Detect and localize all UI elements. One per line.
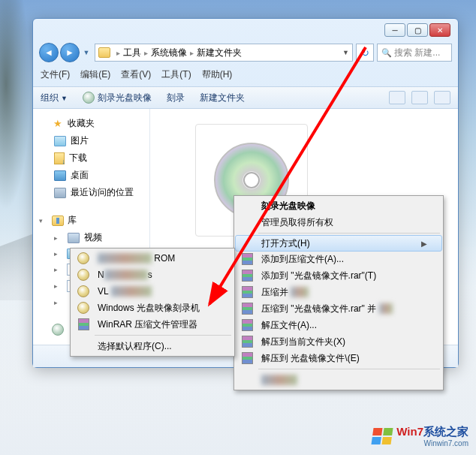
- view-options-button[interactable]: [389, 91, 405, 104]
- pictures-icon: [54, 136, 66, 146]
- rar-icon: [242, 336, 253, 348]
- disc-icon: [83, 92, 95, 104]
- folder-icon: [98, 47, 110, 58]
- ctx-app-winrar[interactable]: WinRAR 压缩文件管理器: [72, 316, 233, 333]
- close-button[interactable]: ✕: [429, 23, 450, 37]
- help-button[interactable]: [434, 91, 450, 104]
- menu-help[interactable]: 帮助(H): [202, 68, 233, 83]
- rar-icon: [78, 318, 89, 330]
- ctx-burn-disc-image[interactable]: 刻录光盘映像: [236, 197, 441, 214]
- minimize-button[interactable]: ─: [384, 23, 405, 37]
- menu-view[interactable]: 查看(V): [121, 68, 151, 83]
- maximize-button[interactable]: ▢: [407, 23, 428, 37]
- ctx-admin-ownership[interactable]: 管理员取得所有权: [236, 214, 441, 231]
- preview-pane-button[interactable]: [411, 91, 428, 104]
- rar-icon: [242, 303, 253, 315]
- ctx-open-with[interactable]: 打开方式(H)▶: [235, 235, 442, 252]
- breadcrumb-segment[interactable]: 系统镜像: [151, 47, 187, 59]
- favorites-header[interactable]: ★ 收藏夹: [33, 115, 149, 132]
- sidebar-item-pictures[interactable]: 图片: [33, 132, 149, 149]
- burn-image-button[interactable]: 刻录光盘映像: [83, 92, 152, 104]
- chevron-right-icon: ▶: [421, 240, 427, 248]
- burn-button[interactable]: 刻录: [167, 92, 185, 104]
- ctx-app-windows-burner[interactable]: Windows 光盘映像刻录机: [72, 300, 233, 316]
- navigation-bar: ◄ ► ▼ ▸ 工具 ▸ 系统镜像 ▸ 新建文件夹 ▼ ↻ 🔍 搜索 新建...: [39, 41, 452, 64]
- organize-button[interactable]: 组织▼: [41, 92, 68, 104]
- recent-icon: [54, 188, 66, 198]
- cd-icon: [77, 302, 89, 314]
- ctx-app-nero[interactable]: Nero Express: [72, 267, 233, 283]
- rar-icon: [242, 286, 253, 298]
- video-icon: [68, 233, 80, 243]
- watermark: Win7系统之家 Winwin7.com: [372, 425, 468, 447]
- new-folder-button[interactable]: 新建文件夹: [200, 92, 245, 104]
- sidebar-item-downloads[interactable]: 下载: [33, 149, 149, 167]
- rar-icon: [242, 319, 253, 331]
- breadcrumb-segment[interactable]: 新建文件夹: [197, 47, 242, 59]
- search-icon: 🔍: [381, 48, 392, 58]
- drive-icon: [52, 324, 64, 336]
- cd-icon: [77, 252, 89, 264]
- window-controls: ─ ▢ ✕: [384, 23, 450, 37]
- address-bar[interactable]: ▸ 工具 ▸ 系统镜像 ▸ 新建文件夹 ▼: [95, 44, 353, 62]
- back-button[interactable]: ◄: [39, 43, 59, 62]
- ctx-extract-files[interactable]: 解压文件(A)...: [236, 317, 441, 333]
- cd-icon: [77, 285, 89, 297]
- context-menu-open-with: xxxxxxxxxxxx ROM Nero Express VL xxxxxxx…: [70, 248, 235, 357]
- refresh-button[interactable]: ↻: [356, 44, 374, 62]
- sidebar-item-desktop[interactable]: 桌面: [33, 167, 149, 184]
- ctx-extract-to-folder[interactable]: 解压到 光盘镜像文件\(E): [236, 350, 441, 366]
- ctx-compress-named-and[interactable]: 压缩到 "光盘镜像文件.rar" 并 xxx: [236, 300, 441, 317]
- libraries-header[interactable]: ▾ 库: [33, 212, 149, 229]
- ctx-add-to-archive[interactable]: 添加到压缩文件(A)...: [236, 251, 441, 267]
- rar-icon: [242, 270, 253, 282]
- menu-edit[interactable]: 编辑(E): [80, 68, 110, 83]
- desktop-icon: [54, 170, 66, 181]
- library-icon: [52, 215, 64, 226]
- ctx-item-blurred[interactable]: xxxxxxxx: [236, 372, 441, 388]
- ctx-compress-and[interactable]: 压缩并 xxxx: [236, 284, 441, 300]
- sidebar-item-videos[interactable]: ▸视频: [33, 229, 149, 246]
- context-menu-main: 刻录光盘映像 管理员取得所有权 打开方式(H)▶ 添加到压缩文件(A)... 添…: [233, 195, 444, 390]
- history-dropdown-icon[interactable]: ▼: [81, 43, 92, 62]
- breadcrumb-segment[interactable]: 工具: [123, 47, 141, 59]
- search-placeholder: 搜索 新建...: [394, 47, 440, 59]
- search-input[interactable]: 🔍 搜索 新建...: [377, 44, 452, 62]
- cd-icon: [77, 269, 89, 281]
- sidebar-item-recent[interactable]: 最近访问的位置: [33, 184, 149, 201]
- toolbar: 组织▼ 刻录光盘映像 刻录 新建文件夹: [33, 86, 458, 109]
- menu-file[interactable]: 文件(F): [41, 68, 70, 83]
- ctx-app-item[interactable]: xxxxxxxxxxxx ROM: [72, 250, 233, 267]
- star-icon: ★: [52, 118, 64, 130]
- ctx-app-item[interactable]: VL xxxxxxxxx: [72, 283, 233, 300]
- menu-bar: 文件(F) 编辑(E) 查看(V) 工具(T) 帮助(H): [41, 68, 450, 83]
- ctx-add-to-named-rar[interactable]: 添加到 "光盘镜像文件.rar"(T): [236, 267, 441, 284]
- address-dropdown-icon[interactable]: ▼: [342, 49, 349, 56]
- rar-icon: [242, 253, 253, 265]
- forward-button[interactable]: ►: [60, 43, 80, 62]
- download-icon: [54, 152, 65, 164]
- menu-tools[interactable]: 工具(T): [161, 68, 191, 83]
- ctx-choose-default[interactable]: 选择默认程序(C)...: [72, 338, 233, 354]
- ctx-extract-here[interactable]: 解压到当前文件夹(X): [236, 333, 441, 350]
- windows-flag-icon: [372, 428, 393, 444]
- rar-icon: [242, 352, 253, 364]
